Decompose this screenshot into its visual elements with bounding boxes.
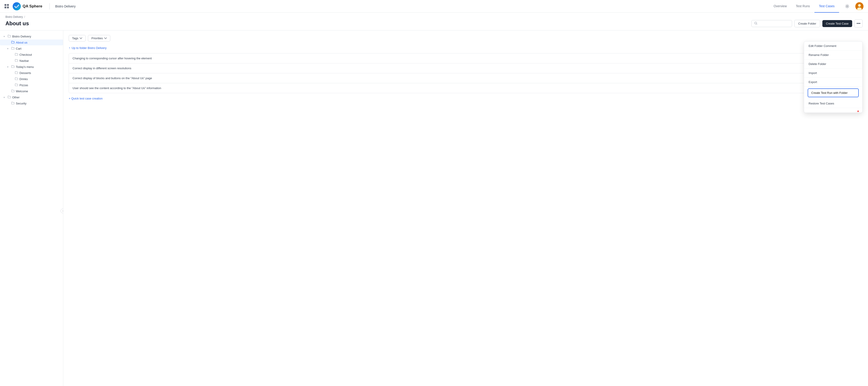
sidebar-label-checkout: Checkout xyxy=(20,53,32,57)
nav-divider xyxy=(50,3,50,9)
sidebar-label-desserts: Desserts xyxy=(20,71,31,75)
sidebar-item-checkout[interactable]: ▸ Checkout xyxy=(0,52,63,58)
sidebar-label-bistro-delivery: Bistro Delivery xyxy=(12,35,31,38)
folder-icon-security xyxy=(11,102,14,105)
create-folder-button[interactable]: Create Folder xyxy=(794,20,820,27)
sidebar-label-welcome: Welcome xyxy=(16,90,28,93)
subheader-row: About us Create Folder Create Test Case … xyxy=(5,20,863,30)
dropdown-item-edit-folder-comment[interactable]: Edit Folder Comment xyxy=(804,41,862,50)
breadcrumb-separator: / xyxy=(24,15,25,19)
sidebar-label-todays-menu: Today's menu xyxy=(16,65,34,69)
caret-icon: ▾ xyxy=(4,96,6,99)
folder-icon-cart xyxy=(11,47,14,50)
svg-point-2 xyxy=(858,4,861,7)
sidebar-label-security: Security xyxy=(16,102,26,105)
nav-overview[interactable]: Overview xyxy=(769,0,791,13)
search-box[interactable] xyxy=(751,20,792,27)
main-layout: ▾ Bistro Delivery ▸ About us ▾ Cart ▸ xyxy=(0,30,868,386)
folder-icon xyxy=(8,35,11,38)
create-test-case-button[interactable]: Create Test Case xyxy=(823,20,852,27)
sidebar-item-welcome[interactable]: ▸ Welcome xyxy=(0,88,63,94)
folder-icon-checkout xyxy=(15,53,18,57)
subheader: Bistro Delivery / About us Create Folder… xyxy=(0,13,868,30)
folder-icon-drinks xyxy=(15,77,18,81)
main-content: Tags Priorities ↑ Up to folder Bistro De… xyxy=(63,30,868,386)
up-folder-link[interactable]: ↑ Up to folder Bistro Delivery xyxy=(69,46,863,49)
sidebar-label-drinks: Drinks xyxy=(20,77,28,81)
user-avatar[interactable] xyxy=(855,2,864,10)
sidebar-label-pizzas: Pizzas xyxy=(20,83,28,87)
sidebar-label-other: Other xyxy=(12,96,20,99)
tags-filter-button[interactable]: Tags xyxy=(69,35,86,41)
avatar-image xyxy=(855,2,864,10)
dropdown-menu: Edit Folder Comment Rename Folder Delete… xyxy=(804,41,863,113)
page-title: About us xyxy=(5,20,29,27)
quick-test-case-creation[interactable]: + Quick test case creation xyxy=(69,97,863,100)
sidebar-item-drinks[interactable]: ▸ Drinks xyxy=(0,76,63,82)
folder-icon-navbar xyxy=(15,59,18,63)
folder-icon-about-us xyxy=(11,41,14,44)
grid-icon[interactable] xyxy=(4,4,9,8)
more-dots-icon: ••• xyxy=(857,22,861,26)
search-icon xyxy=(754,22,757,26)
caret-icon: ▾ xyxy=(4,35,6,38)
sidebar-item-navbar[interactable]: ▸ Navbar xyxy=(0,58,63,64)
dropdown-item-restore-test-cases[interactable]: Restore Test Cases xyxy=(804,99,862,108)
chevron-up-icon: ▲ xyxy=(857,109,860,113)
sidebar-item-pizzas[interactable]: ▸ Pizzas xyxy=(0,82,63,88)
sidebar: ▾ Bistro Delivery ▸ About us ▾ Cart ▸ xyxy=(0,30,63,386)
dropdown-item-create-test-run-with-folder[interactable]: Create Test Run with Folder xyxy=(808,89,859,97)
table-row[interactable]: User should see the content according to… xyxy=(69,83,862,93)
folder-icon-desserts xyxy=(15,71,18,75)
sidebar-label-navbar: Navbar xyxy=(20,59,29,63)
breadcrumb: Bistro Delivery / xyxy=(5,15,863,19)
breadcrumb-project[interactable]: Bistro Delivery xyxy=(5,15,23,19)
svg-point-0 xyxy=(846,6,848,7)
sidebar-item-cart[interactable]: ▾ Cart xyxy=(0,45,63,51)
table-row[interactable]: Correct display of blocks and buttons on… xyxy=(69,73,862,83)
more-options-button[interactable]: ••• xyxy=(855,20,863,28)
caret-icon: ▾ xyxy=(7,66,10,68)
sidebar-item-security[interactable]: ▸ Security xyxy=(0,100,63,106)
sidebar-item-desserts[interactable]: ▸ Desserts xyxy=(0,70,63,76)
table-row[interactable]: Correct display in different screen reso… xyxy=(69,63,862,73)
subheader-actions: Create Folder Create Test Case ••• xyxy=(751,20,863,28)
table-row[interactable]: Changing to corresponding cursor after h… xyxy=(69,54,862,63)
sidebar-collapse-button[interactable]: ‹ xyxy=(61,209,63,213)
dropdown-close-row[interactable]: ▲ xyxy=(804,108,862,113)
sidebar-item-other[interactable]: ▾ Other xyxy=(0,94,63,100)
app-title: QA Sphere xyxy=(23,4,42,8)
folder-icon-pizzas xyxy=(15,83,18,87)
folder-icon-welcome xyxy=(11,89,14,93)
sidebar-item-bistro-delivery[interactable]: ▾ Bistro Delivery xyxy=(0,33,63,39)
chevron-down-icon-2 xyxy=(104,37,107,40)
quick-create-text: + Quick test case creation xyxy=(69,97,102,100)
sidebar-label-about-us: About us xyxy=(16,41,27,44)
caret-icon: ▾ xyxy=(7,47,10,50)
nav-links: Overview Test Runs Test Cases xyxy=(769,0,839,13)
sidebar-item-todays-menu[interactable]: ▾ Today's menu xyxy=(0,64,63,70)
up-arrow-icon: ↑ xyxy=(69,46,70,49)
settings-button[interactable] xyxy=(843,2,852,11)
test-case-list: Changing to corresponding cursor after h… xyxy=(69,53,863,93)
sidebar-item-about-us[interactable]: ▸ About us xyxy=(0,39,63,45)
folder-icon-other xyxy=(8,96,11,99)
project-name: Bistro Delivery xyxy=(55,4,75,8)
dropdown-item-import[interactable]: Import xyxy=(804,69,862,78)
dropdown-item-export[interactable]: Export xyxy=(804,78,862,86)
filter-row: Tags Priorities xyxy=(69,35,863,41)
nav-test-runs[interactable]: Test Runs xyxy=(792,0,814,13)
up-folder-text: Up to folder Bistro Delivery xyxy=(72,46,107,49)
sidebar-label-cart: Cart xyxy=(16,47,22,50)
logo-area[interactable]: QA Sphere xyxy=(13,2,42,10)
priorities-filter-button[interactable]: Priorities xyxy=(88,35,110,41)
dropdown-item-delete-folder[interactable]: Delete Folder xyxy=(804,60,862,69)
top-nav: QA Sphere Bistro Delivery Overview Test … xyxy=(0,0,868,13)
gear-icon xyxy=(845,4,849,8)
folder-icon-todays-menu xyxy=(11,65,14,69)
priorities-label: Priorities xyxy=(91,37,103,40)
nav-test-cases[interactable]: Test Cases xyxy=(814,0,839,13)
dropdown-item-rename-folder[interactable]: Rename Folder xyxy=(804,50,862,60)
logo-icon xyxy=(13,2,21,10)
dropdown-highlighted-wrapper: Create Test Run with Folder xyxy=(804,86,862,99)
